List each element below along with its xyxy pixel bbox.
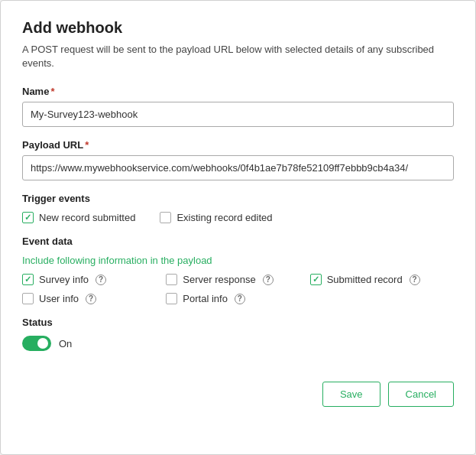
submitted-record-help-icon[interactable]: ?	[410, 275, 420, 285]
survey-info-checkmark: ✓	[24, 275, 31, 284]
submitted-record-checkmark: ✓	[312, 275, 319, 284]
payload-url-input[interactable]	[22, 155, 454, 180]
toggle-track	[22, 336, 51, 351]
status-section: Status On	[22, 317, 454, 351]
survey-info-help-icon[interactable]: ?	[96, 275, 106, 285]
existing-record-checkbox[interactable]	[160, 212, 171, 223]
cancel-button[interactable]: Cancel	[388, 382, 454, 407]
event-data-subtitle: Include following information in the pay…	[22, 255, 454, 266]
payload-url-required-star: *	[85, 139, 89, 151]
new-record-item[interactable]: ✓ New record submitted	[22, 212, 135, 223]
existing-record-label: Existing record edited	[176, 212, 272, 223]
submitted-record-item[interactable]: ✓ Submitted record ?	[310, 274, 454, 285]
new-record-checkmark: ✓	[24, 213, 31, 222]
server-response-label: Server response	[183, 274, 255, 285]
name-input[interactable]	[22, 102, 454, 127]
event-data-section: Event data Include following information…	[22, 236, 454, 304]
status-toggle[interactable]	[22, 336, 51, 351]
modal-title: Add webhook	[22, 19, 454, 37]
toggle-thumb	[37, 338, 48, 349]
server-response-help-icon[interactable]: ?	[263, 275, 274, 285]
existing-record-item[interactable]: Existing record edited	[160, 212, 272, 223]
portal-info-checkbox[interactable]	[166, 293, 177, 304]
new-record-checkbox[interactable]: ✓	[22, 212, 34, 223]
portal-info-label: Portal info	[183, 293, 228, 304]
user-info-item[interactable]: User info ?	[22, 293, 166, 304]
toggle-container: On	[22, 336, 454, 351]
portal-info-item[interactable]: Portal info ?	[166, 293, 309, 304]
submitted-record-checkbox[interactable]: ✓	[310, 274, 322, 285]
status-label: Status	[22, 317, 454, 328]
new-record-label: New record submitted	[39, 212, 135, 223]
add-webhook-modal: Add webhook A POST request will be sent …	[0, 0, 476, 455]
server-response-item[interactable]: Server response ?	[166, 274, 309, 285]
modal-description: A POST request will be sent to the paylo…	[22, 43, 454, 70]
toggle-on-label: On	[59, 338, 72, 349]
server-response-checkbox[interactable]	[166, 274, 177, 285]
save-button[interactable]: Save	[322, 382, 380, 407]
payload-url-label: Payload URL*	[22, 139, 454, 151]
user-info-help-icon[interactable]: ?	[86, 294, 96, 304]
survey-info-checkbox[interactable]: ✓	[22, 274, 34, 285]
user-info-label: User info	[39, 293, 79, 304]
event-data-grid: ✓ Survey info ? Server response ? ✓ Subm…	[22, 274, 454, 304]
survey-info-item[interactable]: ✓ Survey info ?	[22, 274, 166, 285]
name-field-label: Name*	[22, 86, 454, 97]
trigger-events-group: ✓ New record submitted Existing record e…	[22, 212, 454, 223]
footer-actions: Save Cancel	[22, 382, 454, 407]
event-data-label: Event data	[22, 236, 454, 247]
name-field-group: Name*	[22, 86, 454, 139]
submitted-record-label: Submitted record	[327, 274, 403, 285]
user-info-checkbox[interactable]	[22, 293, 34, 304]
survey-info-label: Survey info	[39, 274, 89, 285]
payload-url-field-group: Payload URL*	[22, 139, 454, 193]
portal-info-help-icon[interactable]: ?	[235, 294, 245, 304]
name-required-star: *	[50, 86, 54, 97]
trigger-events-label: Trigger events	[22, 193, 454, 204]
